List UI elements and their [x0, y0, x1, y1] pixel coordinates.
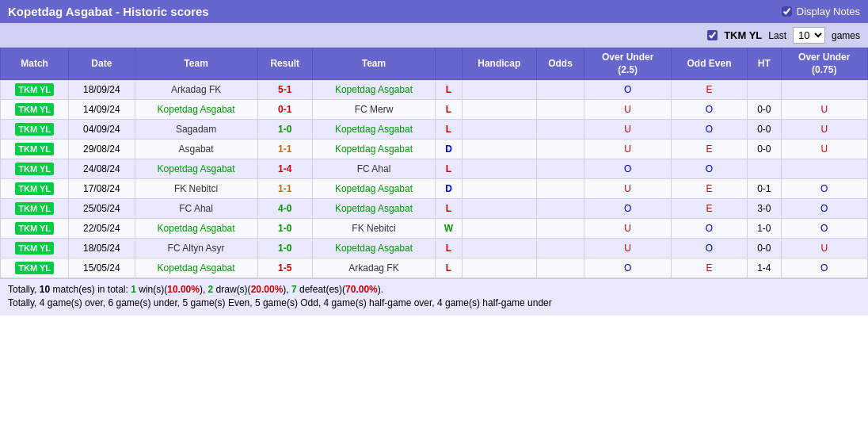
cell-ht: 0-0 [748, 239, 781, 258]
cell-match: TKM YL [1, 159, 69, 179]
cell-over-under: U [584, 179, 671, 199]
cell-outcome: D [436, 140, 463, 159]
cell-outcome: L [436, 199, 463, 219]
games-label: games [832, 30, 860, 41]
total-matches: 10 [40, 284, 50, 295]
cell-team2: Kopetdag Asgabat [312, 140, 435, 159]
last-label: Last [768, 30, 786, 41]
cell-odd-even: E [671, 179, 747, 199]
defeats-pct: 70.00% [345, 284, 378, 295]
draws-pct: 20.00% [251, 284, 284, 295]
cell-ht [748, 159, 781, 179]
cell-over-under: O [584, 80, 671, 100]
cell-handicap [462, 239, 536, 258]
cell-odds [536, 120, 584, 140]
cell-ou075: U [781, 120, 867, 140]
cell-handicap [462, 219, 536, 239]
wins-count: 1 [131, 284, 136, 295]
cell-odds [536, 219, 584, 239]
cell-date: 04/09/24 [69, 120, 135, 140]
cell-ht: 1-0 [748, 219, 781, 239]
cell-date: 14/09/24 [69, 100, 135, 120]
match-badge: TKM YL [15, 202, 54, 215]
table-header-row: Match Date Team Result Team Handicap Odd… [1, 48, 868, 80]
cell-match: TKM YL [1, 140, 69, 159]
cell-handicap [462, 199, 536, 219]
cell-team2: Kopetdag Asgabat [312, 179, 435, 199]
cell-ou075 [781, 159, 867, 179]
cell-ht: 0-0 [748, 100, 781, 120]
page-title: Kopetdag Asgabat - Historic scores [8, 5, 209, 18]
cell-result: 5-1 [257, 80, 312, 100]
col-handicap: Handicap [462, 48, 536, 80]
cell-over-under: O [584, 159, 671, 179]
cell-over-under: U [584, 120, 671, 140]
defeats-count: 7 [291, 284, 297, 295]
cell-odds [536, 179, 584, 199]
cell-over-under: U [584, 239, 671, 258]
cell-date: 25/05/24 [69, 199, 135, 219]
cell-team2: FK Nebitci [312, 219, 435, 239]
col-team1: Team [135, 48, 257, 80]
cell-handicap [462, 258, 536, 278]
match-badge: TKM YL [15, 83, 54, 96]
cell-odd-even: O [671, 100, 747, 120]
cell-ht: 0-0 [748, 140, 781, 159]
table-row: TKM YL 22/05/24 Kopetdag Asgabat 1-0 FK … [1, 219, 868, 239]
display-notes-container: Display Notes [782, 6, 860, 17]
cell-odd-even: E [671, 80, 747, 100]
cell-match: TKM YL [1, 179, 69, 199]
cell-over-under: U [584, 219, 671, 239]
match-badge: TKM YL [15, 163, 54, 175]
cell-odd-even: O [671, 239, 747, 258]
match-badge: TKM YL [15, 103, 54, 116]
col-empty [436, 48, 463, 80]
col-result: Result [257, 48, 312, 80]
cell-handicap [462, 80, 536, 100]
cell-outcome: D [436, 179, 463, 199]
cell-ht: 3-0 [748, 199, 781, 219]
cell-result: 1-1 [257, 140, 312, 159]
cell-outcome: L [436, 258, 463, 278]
cell-team1: Kopetdag Asgabat [135, 219, 257, 239]
games-select[interactable]: 5 10 15 20 [793, 27, 825, 44]
cell-team1: Kopetdag Asgabat [135, 159, 257, 179]
summary-line2: Totally, 4 game(s) over, 6 game(s) under… [8, 297, 860, 308]
cell-handicap [462, 159, 536, 179]
cell-team2: Kopetdag Asgabat [312, 239, 435, 258]
cell-odds [536, 100, 584, 120]
cell-outcome: L [436, 80, 463, 100]
cell-date: 22/05/24 [69, 219, 135, 239]
cell-result: 0-1 [257, 100, 312, 120]
cell-ou075: O [781, 199, 867, 219]
display-notes-checkbox[interactable] [782, 6, 792, 17]
cell-match: TKM YL [1, 258, 69, 278]
cell-team1: Sagadam [135, 120, 257, 140]
cell-ou075: U [781, 140, 867, 159]
col-odds: Odds [536, 48, 584, 80]
match-badge: TKM YL [15, 123, 54, 136]
draws-count: 2 [208, 284, 214, 295]
cell-odds [536, 239, 584, 258]
cell-outcome: L [436, 159, 463, 179]
match-badge: TKM YL [15, 222, 54, 235]
cell-result: 4-0 [257, 199, 312, 219]
summary-bar: Totally, 10 match(es) in total: 1 win(s)… [0, 278, 868, 316]
cell-team2: Kopetdag Asgabat [312, 120, 435, 140]
cell-odds [536, 199, 584, 219]
wins-pct: 10.00% [167, 284, 200, 295]
controls-bar: TKM YL Last 5 10 15 20 games [0, 23, 868, 48]
tkm-yl-checkbox[interactable] [707, 30, 718, 40]
cell-team1: FC Ahal [135, 199, 257, 219]
cell-odd-even: E [671, 140, 747, 159]
tkm-yl-label: TKM YL [724, 29, 762, 41]
cell-ou075: O [781, 258, 867, 278]
cell-team2: Kopetdag Asgabat [312, 199, 435, 219]
cell-match: TKM YL [1, 120, 69, 140]
cell-handicap [462, 120, 536, 140]
cell-team1: FK Nebitci [135, 179, 257, 199]
table-row: TKM YL 04/09/24 Sagadam 1-0 Kopetdag Asg… [1, 120, 868, 140]
cell-odds [536, 80, 584, 100]
match-badge: TKM YL [15, 262, 54, 274]
cell-team1: Kopetdag Asgabat [135, 258, 257, 278]
